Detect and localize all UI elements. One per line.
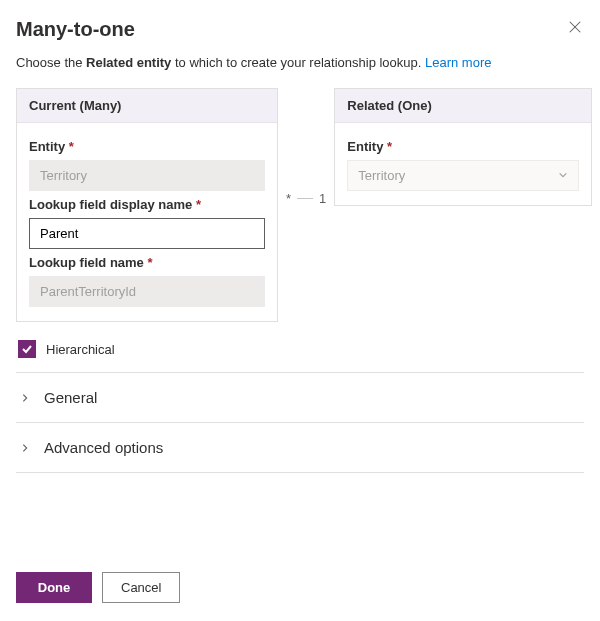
hierarchical-checkbox[interactable] <box>18 340 36 358</box>
chevron-right-icon <box>20 440 30 456</box>
lookup-display-input[interactable] <box>29 218 265 249</box>
dialog-title: Many-to-one <box>16 18 135 41</box>
close-icon[interactable] <box>566 18 584 39</box>
hierarchical-row: Hierarchical <box>16 334 584 372</box>
divider <box>16 472 584 473</box>
required-mark: * <box>387 139 392 154</box>
general-section-label: General <box>44 389 97 406</box>
relationship-connector: * 1 <box>278 168 334 228</box>
done-button[interactable]: Done <box>16 572 92 603</box>
instruction-post: to which to create your relationship loo… <box>171 55 425 70</box>
cancel-button[interactable]: Cancel <box>102 572 180 603</box>
relationship-panels: Current (Many) Entity * Territory Lookup… <box>16 88 584 322</box>
required-mark: * <box>69 139 74 154</box>
current-panel-heading: Current (Many) <box>17 89 277 123</box>
related-panel: Related (One) Entity * Territory <box>334 88 592 206</box>
related-entity-select[interactable]: Territory <box>347 160 579 191</box>
related-panel-heading: Related (One) <box>335 89 591 123</box>
lookup-display-label: Lookup field display name * <box>29 197 265 212</box>
entity-label: Entity * <box>29 139 265 154</box>
connector-line <box>297 198 313 199</box>
learn-more-link[interactable]: Learn more <box>425 55 491 70</box>
connector-many-symbol: * <box>286 191 291 206</box>
lookup-name-label: Lookup field name * <box>29 255 265 270</box>
related-entity-label: Entity * <box>347 139 579 154</box>
current-panel: Current (Many) Entity * Territory Lookup… <box>16 88 278 322</box>
dialog-footer: Done Cancel <box>16 572 180 603</box>
lookup-name-field: ParentTerritoryId <box>29 276 265 307</box>
related-entity-value: Territory <box>358 168 405 183</box>
general-section-toggle[interactable]: General <box>16 373 584 422</box>
current-entity-field: Territory <box>29 160 265 191</box>
instruction-pre: Choose the <box>16 55 86 70</box>
instruction-bold: Related entity <box>86 55 171 70</box>
advanced-section-toggle[interactable]: Advanced options <box>16 423 584 472</box>
chevron-down-icon <box>558 168 568 183</box>
advanced-section-label: Advanced options <box>44 439 163 456</box>
chevron-right-icon <box>20 390 30 406</box>
required-mark: * <box>147 255 152 270</box>
required-mark: * <box>196 197 201 212</box>
instruction-text: Choose the Related entity to which to cr… <box>16 55 584 70</box>
hierarchical-label: Hierarchical <box>46 342 115 357</box>
connector-one-symbol: 1 <box>319 191 326 206</box>
